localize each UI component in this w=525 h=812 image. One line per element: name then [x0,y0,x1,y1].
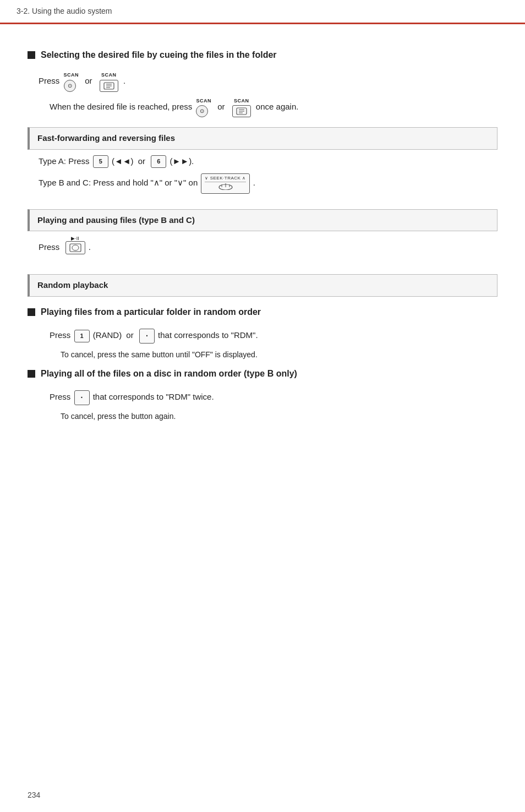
playing-files-random-title: Playing files from a particular folder i… [41,306,261,319]
when-desired-text-before: When the desired file is reached, press [50,102,192,111]
svg-point-13 [72,245,79,250]
rdm-twice-text: that corresponds to "RDM" twice. [93,392,214,401]
section-label: 3-2. Using the audio system [17,7,112,15]
btn-dot-rdm[interactable]: · [139,329,155,344]
cancel-rdm-line: To cancel, press the button again. [61,411,497,422]
btn-dot-rdm-2[interactable]: · [74,390,90,405]
type-bc-line: Type B and C: Press and hold "∧" or "∨" … [39,173,497,194]
press-play-line: Press ▶·II . [39,241,497,254]
rewind-label: (◄◄) [112,156,134,166]
seek-track-icon [218,182,233,192]
press-scan-text-before: Press [39,76,59,85]
cancel-rand-text: To cancel, press the same button until "… [61,350,258,359]
play-pause-icon [69,243,81,252]
rand-label: (RAND) [93,330,122,340]
press-rand-text: Press [50,330,70,340]
selecting-file-section: Selecting the desired file by cueing the… [28,48,497,62]
seek-track-inner: ∨ SEEK·TRACK ∧ [205,175,245,192]
cancel-rdm-text: To cancel, press the button again. [61,412,176,421]
random-playback-title: Random playback [37,280,108,290]
type-a-text: Type A: Press [39,156,90,166]
rand-text-after: that corresponds to "RDM". [158,330,258,340]
when-desired-text-after: once again. [256,102,299,111]
or-text-3: or [138,156,145,166]
type-bc-text: Type B and C: Press and hold "∧" or "∨" … [39,178,198,187]
playing-all-random-title: Playing all of the files on a disc in ra… [41,367,297,380]
forward-label: (►►). [169,156,194,166]
btn-5-rewind[interactable]: 5 [93,155,108,168]
scan-circle-icon-2: ⊙ [196,105,208,117]
random-playback-box: Random playback [28,274,497,297]
press-scan-text-after: . [123,76,125,85]
seek-track-label: ∨ SEEK·TRACK ∧ [205,175,245,182]
type-a-line: Type A: Press 5 (◄◄) or 6 (►►). [39,155,497,168]
press-text: Press [39,242,59,252]
top-bar: 3-2. Using the audio system [0,0,525,24]
type-bc-period: . [253,178,255,187]
press-rdm-twice-line: Press · that corresponds to "RDM" twice. [50,390,497,405]
or-text-4: or [126,330,133,340]
cancel-rand-line: To cancel, press the same button until "… [61,349,497,361]
or-text-1: or [85,76,92,85]
play-pause-top-label: ▶·II [71,235,79,243]
scan-btn-2[interactable]: SCAN [99,72,119,92]
selecting-file-title: Selecting the desired file by cueing the… [41,48,277,62]
play-pause-button[interactable]: ▶·II [65,241,85,254]
press-scan-line: Press SCAN ⊙ or SCAN . [39,72,497,92]
playing-pausing-box: Playing and pausing files (type B and C) [28,209,497,232]
playing-pausing-title: Playing and pausing files (type B and C) [37,215,195,225]
playing-files-random-section: Playing files from a particular folder i… [28,306,497,319]
bullet-square-icon-2 [28,308,35,316]
btn-6-forward[interactable]: 6 [151,155,166,168]
fast-forward-box: Fast-forwarding and reversing files [28,127,497,150]
btn-1-rand[interactable]: 1 [74,330,90,342]
scan-btn-1[interactable]: SCAN ⊙ [64,72,79,92]
playing-all-random-section: Playing all of the files on a disc in ra… [28,367,497,380]
press-play-period: . [89,242,91,252]
press-rand-line: Press 1 (RAND) or · that corresponds to … [50,329,497,344]
bullet-square-icon-3 [28,370,35,378]
fast-forward-title: Fast-forwarding and reversing files [37,133,175,143]
scan-circle-icon-1: ⊙ [64,80,76,92]
page-number: 234 [28,789,40,801]
or-text-2: or [217,102,225,111]
press-rdm-text: Press [50,392,70,401]
scan-rect-icon-2 [232,105,251,117]
seek-track-button[interactable]: ∨ SEEK·TRACK ∧ [201,173,249,194]
when-desired-line: When the desired file is reached, press … [50,97,497,118]
scan-rect-icon-1 [100,80,118,92]
scan-btn-4[interactable]: SCAN [231,97,252,118]
bullet-square-icon [28,51,35,59]
scan-btn-3[interactable]: SCAN ⊙ [196,97,211,118]
